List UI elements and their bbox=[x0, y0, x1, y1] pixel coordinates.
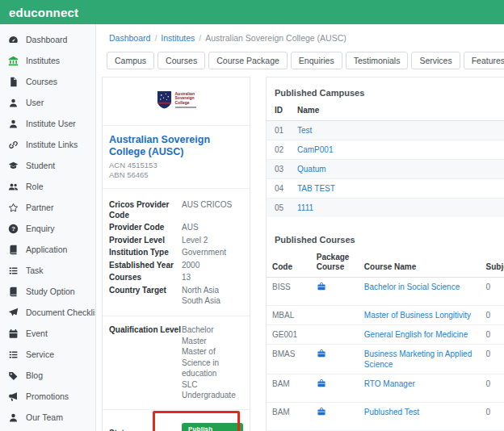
qualification-values: BachelorMasterMaster of Science in educa… bbox=[182, 324, 243, 401]
tab-course-package[interactable]: Course Package bbox=[208, 52, 288, 69]
sidebar-item-partner[interactable]: Partner bbox=[0, 197, 95, 218]
breadcrumb-institutes-link[interactable]: Institutes bbox=[161, 33, 195, 43]
campus-name-link[interactable]: TAB TEST bbox=[297, 184, 335, 193]
sidebar-item-application[interactable]: Application bbox=[0, 239, 95, 260]
status-badge[interactable]: Publish Publicly bbox=[182, 423, 243, 431]
logo-tagline-rule bbox=[175, 107, 196, 108]
sidebar-item-institutes[interactable]: Institutes bbox=[0, 50, 95, 71]
sidebar-item-document-checklist[interactable]: Document Checklist bbox=[0, 302, 95, 323]
file-icon bbox=[8, 77, 19, 87]
detail-label: Institution Type bbox=[109, 247, 182, 257]
breadcrumb-current: Australian Sovereign College (AUSC) bbox=[205, 33, 346, 43]
sidebar-item-label: Study Option bbox=[26, 287, 75, 296]
detail-row-institution-type: Institution TypeGovernment bbox=[109, 247, 243, 257]
published-campuses-table: IDNameLocation 01Teste02CamP001h03Quatum… bbox=[267, 101, 504, 217]
campus-name-link[interactable]: CamP001 bbox=[297, 145, 333, 154]
sidebar-item-institute-links[interactable]: Institute Links bbox=[0, 134, 95, 155]
detail-value: 2000 bbox=[182, 260, 243, 270]
tab-campus[interactable]: Campus bbox=[107, 52, 154, 69]
sidebar-item-blog[interactable]: Blog bbox=[0, 365, 95, 386]
institute-acn: ACN 4515153 bbox=[109, 161, 243, 170]
briefcase-icon bbox=[317, 349, 326, 358]
sidebar-item-enquiry[interactable]: ?Enquiry bbox=[0, 218, 95, 239]
campus-col-location: Location bbox=[499, 101, 504, 121]
detail-row-provider-code: Provider CodeAUS bbox=[109, 222, 243, 232]
briefcase-icon bbox=[317, 407, 326, 416]
detail-value: AUS CRICOS bbox=[182, 199, 243, 220]
tab-services[interactable]: Services bbox=[411, 52, 460, 69]
detail-value-line: 13 bbox=[182, 272, 243, 282]
qualification-section: Qualification Level BachelorMasterMaster… bbox=[103, 316, 250, 409]
detail-row-courses: Courses13 bbox=[109, 272, 243, 282]
sidebar-item-dashboard[interactable]: Dashboard bbox=[0, 29, 95, 50]
tab-enquiries[interactable]: Enquiries bbox=[291, 52, 342, 69]
campus-name-link[interactable]: Quatum bbox=[297, 165, 326, 174]
course-name-link[interactable]: Master of Business Longitivity bbox=[364, 311, 471, 320]
institute-logo-text: Australian Sovereign College bbox=[175, 92, 196, 108]
sidebar-item-institute-user[interactable]: Institute User bbox=[0, 113, 95, 134]
brand-logo: educonnect bbox=[9, 6, 78, 19]
course-name-link[interactable]: General English for Medicine bbox=[364, 330, 468, 339]
sidebar-item-event[interactable]: Event bbox=[0, 323, 95, 344]
course-name-link[interactable]: Bachelor in Social Science bbox=[364, 282, 460, 291]
course-name-link[interactable]: RTO Manager bbox=[364, 379, 415, 388]
campus-name-cell: Test bbox=[289, 121, 499, 140]
briefcase-icon bbox=[317, 379, 326, 388]
detail-value-line: Level 2 bbox=[182, 235, 243, 245]
qualification-value: Undergraduate bbox=[182, 390, 243, 401]
detail-row-established-year: Established Year2000 bbox=[109, 260, 243, 270]
sidebar-item-student[interactable]: Student bbox=[0, 155, 95, 176]
sidebar-item-task[interactable]: Task bbox=[0, 260, 95, 281]
detail-value: AUS bbox=[182, 222, 243, 232]
users-icon bbox=[8, 182, 19, 192]
sidebar-item-label: Institutes bbox=[26, 56, 60, 65]
campus-row: 04TAB TESTSy bbox=[267, 179, 504, 199]
campus-name-link[interactable]: Test bbox=[297, 126, 312, 135]
detail-row-cricos-provider-code: Cricos Provider CodeAUS CRICOS bbox=[109, 199, 243, 220]
sidebar-nav: DashboardInstitutesCoursesUserInstitute … bbox=[0, 24, 96, 431]
gauge-icon bbox=[8, 35, 19, 45]
campus-name-cell: 1111 bbox=[289, 199, 499, 218]
course-name-link[interactable]: Business Marketing in Applied Science bbox=[364, 349, 472, 369]
sidebar-item-role[interactable]: Role bbox=[0, 176, 95, 197]
detail-value-line: 2000 bbox=[182, 260, 243, 270]
breadcrumb-dashboard-link[interactable]: Dashboard bbox=[109, 33, 150, 43]
sidebar-item-label: Document Checklist bbox=[26, 308, 96, 317]
campus-col-id: ID bbox=[267, 101, 289, 121]
sidebar-item-testimonials[interactable]: “Testimonials bbox=[0, 428, 95, 431]
course-col-package-course: Package Course bbox=[313, 248, 361, 278]
sidebar-item-study-option[interactable]: Study Option bbox=[0, 281, 95, 302]
course-subjects: 0 bbox=[483, 403, 504, 431]
campus-col-name: Name bbox=[289, 101, 499, 121]
institute-summary-card: Australian Sovereign College Australian … bbox=[102, 77, 250, 431]
campus-row: 051111 bbox=[267, 199, 504, 218]
qualification-value: Bachelor bbox=[182, 324, 243, 336]
sidebar-item-service[interactable]: Service bbox=[0, 344, 95, 365]
sidebar-item-label: Event bbox=[26, 328, 48, 338]
campus-name-cell: TAB TEST bbox=[289, 179, 499, 199]
sidebar-item-user[interactable]: User bbox=[0, 92, 95, 113]
bank-icon bbox=[8, 56, 19, 66]
campus-name-cell: Quatum bbox=[289, 160, 499, 179]
course-subjects: 0 bbox=[483, 306, 504, 325]
published-courses-title: Published Courses bbox=[275, 235, 504, 245]
sidebar-item-courses[interactable]: Courses bbox=[0, 71, 95, 92]
graduation-cap-icon bbox=[8, 161, 19, 171]
sidebar-item-label: Blog bbox=[26, 370, 43, 380]
course-name-link[interactable]: Publushed Test bbox=[364, 408, 419, 416]
sidebar-item-label: Student bbox=[26, 161, 55, 170]
detail-value-line: North Asia bbox=[182, 285, 243, 295]
detail-value: Level 2 bbox=[182, 235, 243, 245]
tab-courses[interactable]: Courses bbox=[158, 52, 205, 69]
course-col-course-name: Course Name bbox=[361, 248, 483, 278]
course-package-cell bbox=[313, 403, 361, 431]
breadcrumb: Dashboard/Institutes/Australian Sovereig… bbox=[96, 24, 504, 49]
campus-name-link[interactable]: 1111 bbox=[297, 203, 313, 212]
tab-features[interactable]: Features bbox=[464, 52, 504, 69]
sidebar-item-promotions[interactable]: Promotions bbox=[0, 386, 95, 407]
campus-location: Sy bbox=[499, 179, 504, 199]
tab-testimonials[interactable]: Testimonials bbox=[346, 52, 409, 69]
app-header: educonnect bbox=[0, 0, 504, 24]
sidebar-item-our-team[interactable]: Our Team bbox=[0, 407, 95, 428]
detail-label: Provider Code bbox=[109, 222, 182, 232]
